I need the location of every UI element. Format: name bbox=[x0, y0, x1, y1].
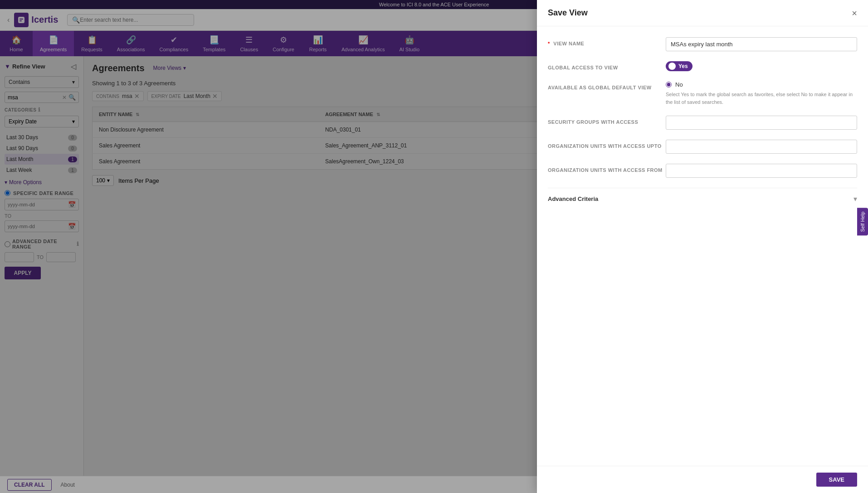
modal-close-button[interactable]: × bbox=[852, 9, 857, 18]
available-default-row: AVAILABLE AS GLOBAL DEFAULT VIEW No Sele… bbox=[548, 81, 857, 106]
modal-title: Save View bbox=[548, 8, 588, 18]
security-groups-label: SECURITY GROUPS WITH ACCESS bbox=[548, 116, 666, 125]
available-default-field: No Select Yes to mark the global search … bbox=[666, 81, 857, 106]
modal-header: Save View × bbox=[537, 0, 868, 26]
view-name-field bbox=[666, 37, 857, 51]
view-name-input[interactable] bbox=[666, 37, 857, 51]
modal-body: * VIEW NAME GLOBAL ACCESS TO VIEW Yes A bbox=[537, 26, 868, 466]
advanced-criteria-label: Advanced Criteria bbox=[548, 195, 598, 202]
available-default-radio-group: No bbox=[666, 81, 857, 88]
security-groups-input[interactable] bbox=[666, 116, 857, 130]
view-name-label: * VIEW NAME bbox=[548, 37, 666, 46]
self-help-tab-container: Self Help bbox=[857, 208, 868, 236]
security-groups-row: SECURITY GROUPS WITH ACCESS bbox=[548, 116, 857, 130]
save-view-modal: Save View × * VIEW NAME GLOBAL ACCESS TO… bbox=[537, 0, 868, 493]
toggle-yes-label: Yes bbox=[678, 63, 688, 69]
org-units-upto-field bbox=[666, 140, 857, 154]
advanced-criteria-chevron-icon: ▾ bbox=[853, 195, 857, 203]
toggle-dot bbox=[668, 63, 676, 70]
org-units-from-label: ORGANIZATION UNITS WITH ACCESS FROM bbox=[548, 164, 666, 173]
available-default-label: AVAILABLE AS GLOBAL DEFAULT VIEW bbox=[548, 81, 666, 90]
org-units-upto-input[interactable] bbox=[666, 140, 857, 154]
self-help-tab[interactable]: Self Help bbox=[857, 208, 868, 236]
org-units-from-field bbox=[666, 164, 857, 178]
modal-footer: SAVE bbox=[537, 466, 868, 493]
helper-text: Select Yes to mark the global search as … bbox=[666, 91, 857, 106]
global-access-field: Yes bbox=[666, 61, 857, 71]
available-default-no-radio[interactable] bbox=[666, 82, 672, 88]
global-access-toggle[interactable]: Yes bbox=[666, 61, 692, 71]
security-groups-field bbox=[666, 116, 857, 130]
org-units-from-row: ORGANIZATION UNITS WITH ACCESS FROM bbox=[548, 164, 857, 178]
global-access-row: GLOBAL ACCESS TO VIEW Yes bbox=[548, 61, 857, 71]
global-access-label: GLOBAL ACCESS TO VIEW bbox=[548, 61, 666, 70]
available-default-no-label: No bbox=[675, 81, 683, 88]
org-units-from-input[interactable] bbox=[666, 164, 857, 178]
global-access-toggle-row: Yes bbox=[666, 61, 857, 71]
org-units-upto-row: ORGANIZATION UNITS WITH ACCESS UPTO bbox=[548, 140, 857, 154]
save-button[interactable]: SAVE bbox=[816, 473, 857, 487]
org-units-upto-label: ORGANIZATION UNITS WITH ACCESS UPTO bbox=[548, 140, 666, 149]
advanced-criteria-section[interactable]: Advanced Criteria ▾ bbox=[548, 188, 857, 203]
view-name-row: * VIEW NAME bbox=[548, 37, 857, 51]
